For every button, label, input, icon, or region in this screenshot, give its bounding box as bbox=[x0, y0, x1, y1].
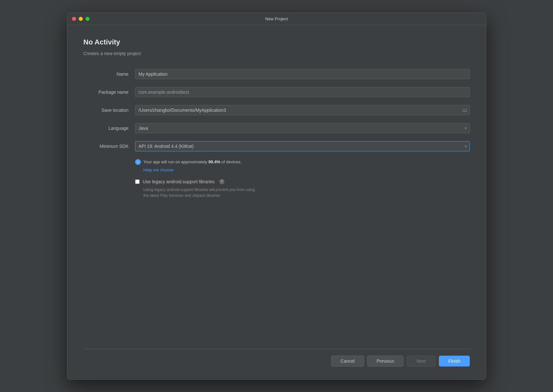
language-select-wrapper: Java Kotlin ▾ bbox=[135, 123, 470, 133]
legacy-description: Using legacy android.support libraries w… bbox=[143, 187, 305, 198]
sdk-percentage: 99.4% bbox=[208, 159, 220, 164]
next-button[interactable]: Next bbox=[407, 356, 436, 367]
window-title: New Project bbox=[265, 16, 288, 21]
min-sdk-select-wrapper: API 16: Android 4.1 (Jelly Bean) API 17:… bbox=[135, 141, 470, 151]
name-label: Name bbox=[84, 72, 135, 77]
package-input[interactable] bbox=[135, 87, 470, 97]
legacy-section: Use legacy android.support libraries ? U… bbox=[135, 179, 470, 198]
traffic-lights bbox=[72, 17, 90, 21]
folder-icon: 🗂 bbox=[462, 107, 467, 113]
sdk-info-text: Your app will run on approximately 99.4%… bbox=[143, 159, 242, 164]
legacy-checkbox[interactable] bbox=[135, 179, 140, 184]
browse-folder-button[interactable]: 🗂 bbox=[462, 107, 467, 113]
name-row: Name bbox=[84, 69, 470, 79]
package-row: Package name bbox=[84, 87, 470, 97]
language-select[interactable]: Java Kotlin bbox=[135, 123, 470, 133]
maximize-button[interactable] bbox=[85, 17, 90, 21]
form-area: Name Package name Save location 🗂 bbox=[84, 69, 470, 349]
min-sdk-select[interactable]: API 16: Android 4.1 (Jelly Bean) API 17:… bbox=[135, 141, 470, 151]
language-row: Language Java Kotlin ▾ bbox=[84, 123, 470, 133]
footer: Cancel Previous Next Finish bbox=[84, 349, 470, 370]
titlebar: New Project bbox=[67, 13, 486, 25]
previous-button[interactable]: Previous bbox=[367, 356, 403, 367]
save-location-label: Save location bbox=[84, 108, 135, 113]
content-area: No Activity Creates a new empty project … bbox=[67, 25, 486, 379]
sdk-info-line: i Your app will run on approximately 99.… bbox=[135, 159, 470, 165]
help-link[interactable]: Help me choose bbox=[143, 167, 174, 172]
question-icon[interactable]: ? bbox=[219, 179, 224, 184]
main-window: New Project No Activity Creates a new em… bbox=[67, 13, 486, 380]
cancel-button[interactable]: Cancel bbox=[331, 356, 364, 367]
package-label: Package name bbox=[84, 90, 135, 95]
name-input[interactable] bbox=[135, 69, 470, 79]
min-sdk-label: Minimum SDK bbox=[84, 144, 135, 149]
min-sdk-row: Minimum SDK API 16: Android 4.1 (Jelly B… bbox=[84, 141, 470, 151]
save-location-wrapper: 🗂 bbox=[135, 105, 470, 115]
subtitle: Creates a new empty project bbox=[84, 51, 470, 56]
finish-button[interactable]: Finish bbox=[439, 356, 469, 367]
close-button[interactable] bbox=[72, 17, 76, 21]
activity-title: No Activity bbox=[84, 38, 470, 46]
save-location-input[interactable] bbox=[135, 105, 470, 115]
legacy-checkbox-label: Use legacy android.support libraries bbox=[143, 179, 215, 184]
save-location-row: Save location 🗂 bbox=[84, 105, 470, 115]
info-icon: i bbox=[135, 159, 141, 165]
sdk-info: i Your app will run on approximately 99.… bbox=[135, 159, 470, 173]
minimize-button[interactable] bbox=[79, 17, 83, 21]
language-label: Language bbox=[84, 126, 135, 131]
legacy-checkbox-row: Use legacy android.support libraries ? bbox=[135, 179, 470, 184]
